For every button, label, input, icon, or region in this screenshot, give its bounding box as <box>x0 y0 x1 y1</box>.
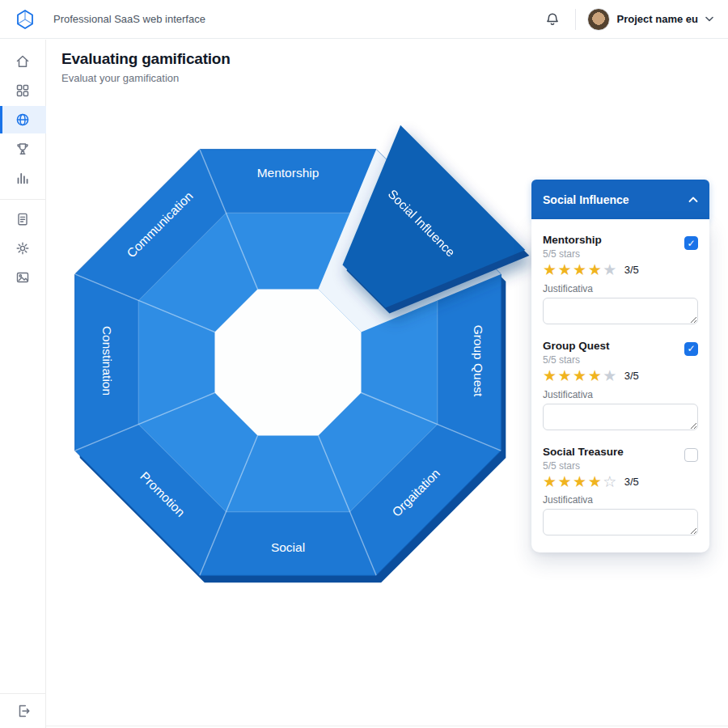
star-icon[interactable]: ★ <box>543 260 558 278</box>
sidebar-divider <box>0 199 46 200</box>
trophy-icon <box>15 141 31 157</box>
logout-icon <box>15 703 32 719</box>
home-icon <box>15 53 31 70</box>
stats-icon <box>15 170 31 186</box>
criterion-block-group-quest: Group Quest 5/5 stars ★★★★★ 3/5 Justific… <box>543 335 698 441</box>
logout-button[interactable] <box>0 697 46 725</box>
star-icon[interactable]: ★ <box>543 472 558 490</box>
justification-textarea[interactable] <box>543 298 698 324</box>
star-icon[interactable]: ★ <box>573 260 588 278</box>
wheel-label-constination[interactable]: Constination <box>100 326 114 396</box>
justification-label: Justificativa <box>543 283 698 294</box>
chevron-up-icon <box>688 197 698 203</box>
criterion-name: Mentorship <box>543 234 698 246</box>
star-muted-icon[interactable]: ★ <box>603 366 618 384</box>
sidebar-footer <box>0 693 46 728</box>
sidebar <box>0 40 46 728</box>
star-rating[interactable]: ★★★★☆ <box>543 472 618 492</box>
sidebar-item-settings[interactable] <box>0 235 46 262</box>
chevron-down-icon <box>705 16 713 22</box>
star-rating[interactable]: ★★★★★ <box>543 366 618 386</box>
star-icon[interactable]: ★ <box>573 472 588 490</box>
star-muted-icon[interactable]: ★ <box>603 260 618 278</box>
star-rating[interactable]: ★★★★★ <box>543 260 618 280</box>
sidebar-item-documents[interactable] <box>0 205 46 233</box>
star-icon[interactable]: ★ <box>588 366 603 384</box>
star-outline-icon[interactable]: ☆ <box>603 472 618 490</box>
criterion-checkbox[interactable] <box>684 448 698 462</box>
settings-icon <box>15 240 31 256</box>
topbar-divider <box>575 9 576 30</box>
stars-caption: 5/5 stars <box>543 354 698 366</box>
justification-textarea[interactable] <box>543 404 698 430</box>
star-icon[interactable]: ★ <box>543 366 558 384</box>
document-icon <box>15 211 31 227</box>
page-subtitle: Evaluat your gamification <box>61 72 231 84</box>
sidebar-item-gamification[interactable] <box>0 106 46 133</box>
notifications-bell-icon[interactable] <box>541 8 564 31</box>
criterion-block-mentorship: Mentorship 5/5 stars ★★★★★ 3/5 Justifica… <box>543 229 698 335</box>
gamification-wheel: Mentorship Group Quest Orgaitation Socia… <box>53 120 539 605</box>
score-value: 3/5 <box>624 264 639 276</box>
criterion-checkbox[interactable] <box>684 236 698 250</box>
sidebar-item-apps[interactable] <box>0 77 46 104</box>
star-icon[interactable]: ★ <box>558 366 574 384</box>
wheel-center <box>215 290 362 436</box>
wheel-label-group-quest[interactable]: Group Quest <box>472 325 485 397</box>
score-value: 3/5 <box>624 476 639 488</box>
justification-label: Justificativa <box>543 389 698 400</box>
page-title: Evaluating gamification <box>61 50 231 68</box>
topbar: Professional SaaS web interface Project … <box>0 0 728 39</box>
app-logo-icon[interactable] <box>15 9 36 30</box>
stars-caption: 5/5 stars <box>543 460 698 472</box>
star-icon[interactable]: ★ <box>558 260 574 278</box>
project-name: Project name eu <box>617 13 698 25</box>
evaluation-panel: Social Influence Mentorship 5/5 stars ★★… <box>531 180 709 552</box>
criterion-name: Group Quest <box>543 340 698 352</box>
criterion-checkbox[interactable] <box>684 342 698 356</box>
wheel-label-social[interactable]: Social <box>271 540 305 554</box>
score-value: 3/5 <box>624 370 639 382</box>
project-switcher[interactable]: Project name eu <box>587 8 713 31</box>
globe-icon <box>15 112 31 128</box>
star-icon[interactable]: ★ <box>588 472 603 490</box>
sidebar-item-home[interactable] <box>0 48 46 75</box>
sidebar-item-media[interactable] <box>0 264 46 291</box>
app-title: Professional SaaS web interface <box>53 13 205 25</box>
panel-body: Mentorship 5/5 stars ★★★★★ 3/5 Justifica… <box>531 219 709 552</box>
panel-title: Social Influence <box>543 193 629 206</box>
star-icon[interactable]: ★ <box>588 260 603 278</box>
justification-label: Justificativa <box>543 494 698 506</box>
star-icon[interactable]: ★ <box>558 472 574 490</box>
page-heading: Evaluating gamification Evaluat your gam… <box>61 50 231 84</box>
justification-textarea[interactable] <box>543 509 698 535</box>
panel-header[interactable]: Social Influence <box>531 180 709 219</box>
media-icon <box>15 269 31 286</box>
stars-caption: 5/5 stars <box>543 248 698 260</box>
avatar <box>587 8 610 31</box>
apps-icon <box>15 83 31 99</box>
page-bottom-divider <box>0 726 728 726</box>
sidebar-item-achievements[interactable] <box>0 135 46 163</box>
wheel-label-mentorship[interactable]: Mentorship <box>257 166 320 180</box>
star-icon[interactable]: ★ <box>573 366 588 384</box>
criterion-name: Social Treasure <box>543 446 698 458</box>
criterion-block-social-treasure: Social Treasure 5/5 stars ★★★★☆ 3/5 Just… <box>543 441 698 547</box>
sidebar-item-stats[interactable] <box>0 164 46 192</box>
